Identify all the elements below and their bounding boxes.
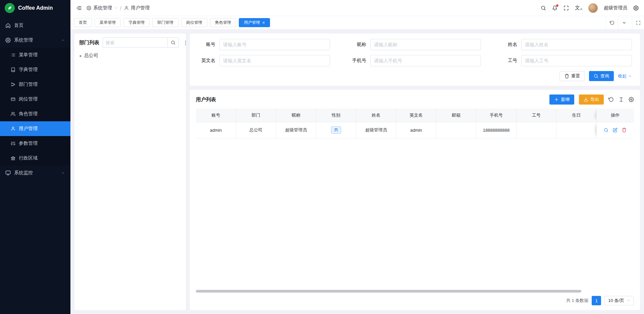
nickname-label: 昵称 (349, 42, 370, 48)
total-count-text: 共 1 条数据 (566, 298, 588, 304)
plus-icon (554, 97, 559, 102)
sidebar-item-menu-management[interactable]: 菜单管理 (0, 48, 70, 62)
topbar: 系统管理 / 用户管理 文A 超级管理员 (70, 0, 644, 16)
scrollbar-thumb[interactable] (196, 290, 581, 293)
trash-icon (565, 74, 569, 78)
tab-post-management[interactable]: 岗位管理 (181, 18, 207, 27)
sidebar-item-admin-region[interactable]: 行政区域 (0, 151, 70, 166)
fullscreen-icon[interactable] (564, 5, 569, 11)
account-input[interactable] (219, 39, 330, 50)
breadcrumb-level1[interactable]: 系统管理 (93, 5, 112, 11)
tree-item-head-office[interactable]: ▸ 总公司 (79, 52, 181, 60)
tabbar-controls (606, 16, 644, 29)
notification-dot (556, 4, 558, 7)
leaf-logo-icon (5, 3, 15, 13)
tab-dict-management[interactable]: 字典管理 (123, 18, 150, 27)
refresh-icon (610, 20, 614, 25)
english-name-input[interactable] (219, 55, 330, 66)
avatar[interactable] (588, 3, 598, 13)
sidebar-item-system-management[interactable]: 系统管理 (0, 33, 70, 48)
query-button[interactable]: 查询 (589, 71, 614, 81)
gender-tag: 男 (331, 126, 341, 134)
pagination: 共 1 条数据 1 10 条/页 (196, 295, 634, 307)
sidebar-item-home[interactable]: 首页 (0, 18, 70, 33)
edit-icon (613, 128, 618, 132)
view-row-button[interactable] (604, 128, 608, 132)
breadcrumb-level2[interactable]: 用户管理 (131, 5, 150, 11)
bank-icon (11, 156, 15, 161)
phone-label: 手机号 (349, 58, 370, 64)
user-icon (124, 6, 129, 10)
translate-icon[interactable]: 文A (575, 5, 582, 11)
settings-gear-icon[interactable] (633, 5, 639, 11)
caret-right-icon[interactable]: ▸ (80, 54, 82, 58)
collapse-filter-link[interactable]: 收起 (618, 73, 632, 79)
filter-card: 账号 昵称 姓名 英文名 (190, 34, 640, 86)
current-user-name[interactable]: 超级管理员 (604, 5, 627, 11)
cell-english-name: admin (396, 122, 436, 138)
department-search-button[interactable] (167, 38, 179, 48)
col-name: 姓名 (356, 109, 396, 122)
department-more-icon[interactable]: ⋮ (182, 40, 189, 46)
gear-icon (87, 6, 91, 10)
tab-close-icon[interactable]: × (262, 20, 265, 25)
col-email: 邮箱 (436, 109, 476, 122)
page-size-select[interactable]: 10 条/页 (604, 296, 634, 305)
user-table-card: 用户列表 新增 导出 (190, 90, 640, 310)
work-no-input[interactable] (521, 55, 632, 66)
department-search-input[interactable] (103, 38, 167, 48)
work-no-label: 工号 (500, 58, 521, 64)
row-height-button[interactable] (619, 97, 624, 102)
table-refresh-button[interactable] (608, 97, 614, 102)
sidebar-item-user-management[interactable]: 用户管理 (0, 121, 70, 136)
cell-name: 超级管理员 (356, 122, 396, 138)
tab-refresh-button[interactable] (606, 16, 618, 29)
sidebar-item-post-management[interactable]: 岗位管理 (0, 92, 70, 107)
sidebar-item-dict-management[interactable]: 字典管理 (0, 62, 70, 77)
chevron-up-icon (61, 38, 65, 42)
name-input[interactable] (521, 39, 632, 50)
sliders-icon (11, 141, 15, 146)
phone-field: 手机号 (349, 55, 481, 66)
menu-fold-icon[interactable] (76, 5, 82, 11)
edit-row-button[interactable] (613, 128, 618, 132)
sidebar-item-param-management[interactable]: 参数管理 (0, 136, 70, 151)
tab-user-management[interactable]: 用户管理 × (239, 18, 270, 27)
monitor-icon (5, 170, 11, 176)
row-height-icon (619, 97, 624, 102)
add-user-button[interactable]: 新增 (549, 95, 574, 105)
reset-button[interactable]: 重置 (559, 71, 585, 81)
department-panel-title: 部门列表 (79, 40, 99, 46)
department-panel: 部门列表 ⋮ ▸ 总公司 (74, 34, 186, 310)
sidebar-item-system-monitor[interactable]: 系统监控 (0, 166, 70, 180)
breadcrumb: 系统管理 / 用户管理 (87, 5, 150, 11)
export-button[interactable]: 导出 (579, 95, 604, 105)
phone-input[interactable] (370, 55, 481, 66)
notification-bell[interactable] (552, 5, 557, 11)
tab-actions-dropdown[interactable] (618, 16, 630, 29)
users-icon (11, 112, 15, 116)
gear-icon (5, 38, 11, 43)
page-1-button[interactable]: 1 (592, 296, 601, 305)
tab-menu-management[interactable]: 菜单管理 (95, 18, 121, 27)
cell-email (436, 122, 476, 138)
tab-dept-management[interactable]: 部门管理 (152, 18, 178, 27)
nickname-input[interactable] (370, 39, 481, 50)
app-logo[interactable]: Coffee Admin (0, 0, 70, 16)
sidebar-item-dept-management[interactable]: 部门管理 (0, 77, 70, 92)
tab-role-management[interactable]: 角色管理 (210, 18, 236, 27)
refresh-icon (608, 97, 614, 102)
delete-row-button[interactable] (622, 128, 627, 132)
table-settings-button[interactable] (629, 97, 634, 102)
cell-dept: 总公司 (236, 122, 276, 138)
col-gender: 性别 (316, 109, 356, 122)
magnifier-icon (604, 128, 608, 132)
user-icon (11, 126, 15, 131)
search-icon[interactable] (541, 5, 546, 11)
tab-home[interactable]: 首页 (74, 18, 92, 27)
chevron-down-icon (622, 20, 627, 25)
content-fullscreen-button[interactable] (632, 16, 644, 29)
sidebar-item-role-management[interactable]: 角色管理 (0, 107, 70, 121)
cell-account: admin (196, 122, 236, 138)
app-title: Coffee Admin (18, 5, 53, 11)
